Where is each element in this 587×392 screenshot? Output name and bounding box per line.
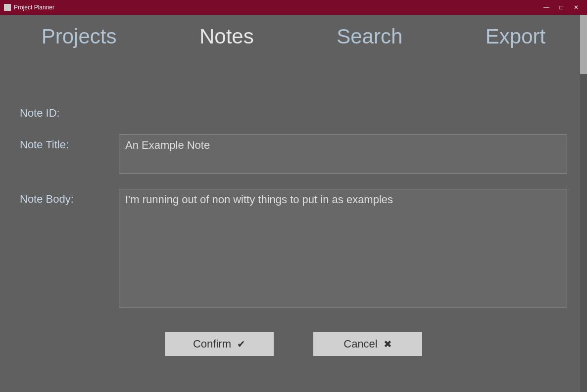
confirm-label: Confirm (193, 338, 231, 350)
note-title-input[interactable] (119, 134, 567, 174)
nav-item-search[interactable]: Search (327, 20, 412, 53)
app-title: Project Planner (14, 4, 54, 11)
minimize-button[interactable]: — (539, 2, 553, 12)
close-button[interactable]: ✕ (569, 2, 583, 12)
note-title-row: Note Title: (20, 134, 567, 174)
note-id-row: Note ID: (20, 103, 567, 120)
maximize-button[interactable]: □ (554, 2, 568, 12)
cancel-icon: ✖ (384, 338, 392, 350)
svg-rect-2 (5, 7, 9, 8)
confirm-icon: ✔ (237, 338, 245, 350)
nav-item-export[interactable]: Export (476, 20, 555, 53)
buttons-area: Confirm ✔ Cancel ✖ (20, 322, 567, 371)
nav-item-notes[interactable]: Notes (190, 20, 264, 53)
note-id-label: Note ID: (20, 103, 119, 120)
title-bar-left: Project Planner (4, 4, 54, 11)
title-bar: Project Planner — □ ✕ (0, 0, 587, 15)
scroll-thumb[interactable] (580, 15, 587, 74)
nav-bar: Projects Notes Search Export (0, 15, 587, 58)
svg-rect-3 (5, 9, 8, 10)
app-container: Projects Notes Search Export Note ID: No… (0, 15, 587, 392)
confirm-button[interactable]: Confirm ✔ (165, 332, 274, 356)
cancel-label: Cancel (343, 338, 377, 350)
title-bar-controls: — □ ✕ (539, 2, 583, 12)
cancel-button[interactable]: Cancel ✖ (313, 332, 422, 356)
content-spacer (20, 73, 567, 103)
app-icon (4, 4, 11, 11)
content-area: Note ID: Note Title: Note Body: Confirm … (0, 63, 587, 392)
scrollbar[interactable] (580, 15, 587, 392)
nav-item-projects[interactable]: Projects (32, 20, 127, 53)
note-body-label: Note Body: (20, 189, 119, 206)
note-body-row: Note Body: (20, 189, 567, 307)
note-body-input[interactable] (119, 189, 567, 307)
note-title-label: Note Title: (20, 134, 119, 151)
svg-rect-1 (5, 6, 9, 7)
